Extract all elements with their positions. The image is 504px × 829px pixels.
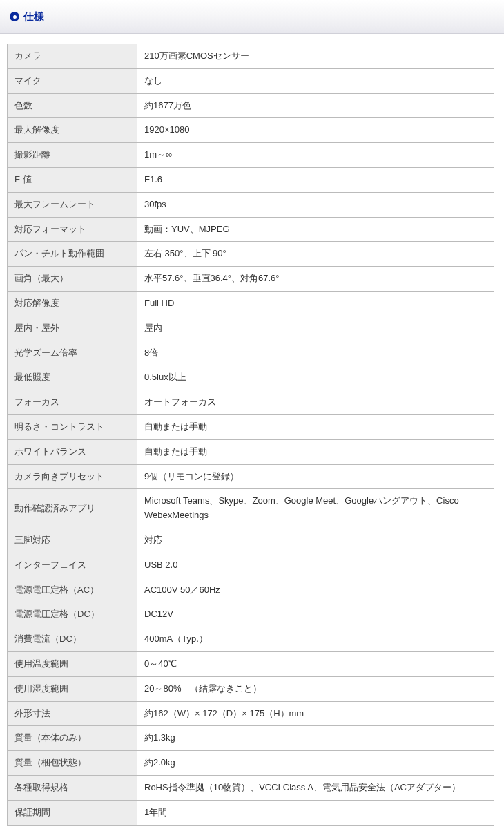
table-row: 使用湿度範囲20～80% （結露なきこと） (8, 676, 494, 701)
spec-value: 対応 (137, 528, 494, 553)
spec-value: DC12V (137, 602, 494, 627)
spec-value: F1.6 (137, 167, 494, 192)
table-row: 対応解像度Full HD (8, 291, 494, 316)
spec-value: 0～40℃ (137, 651, 494, 676)
table-row: 使用温度範囲0～40℃ (8, 651, 494, 676)
spec-value: 1920×1080 (137, 118, 494, 143)
table-row: ホワイトバランス自動または手動 (8, 439, 494, 464)
spec-value: オートフォーカス (137, 390, 494, 415)
spec-label: フォーカス (8, 390, 137, 415)
spec-label: 最大フレームレート (8, 192, 137, 217)
table-row: F 値F1.6 (8, 167, 494, 192)
spec-label: 対応解像度 (8, 291, 137, 316)
table-row: 最低照度0.5lux以上 (8, 365, 494, 390)
table-row: 対応フォーマット動画：YUV、MJPEG (8, 217, 494, 242)
spec-table: カメラ210万画素CMOSセンサーマイクなし色数約1677万色最大解像度1920… (7, 44, 494, 826)
spec-label: 電源電圧定格（AC） (8, 578, 137, 602)
spec-label: カメラ向きプリセット (8, 464, 137, 489)
table-row: 保証期間1年間 (8, 800, 494, 825)
spec-value: 8倍 (137, 341, 494, 365)
spec-label: カメラ (8, 44, 137, 69)
spec-label: 屋内・屋外 (8, 316, 137, 341)
spec-value: 約2.0kg (137, 751, 494, 776)
spec-value: 約162（W）× 172（D）× 175（H）mm (137, 701, 494, 726)
spec-value: なし (137, 68, 494, 93)
spec-label: F 値 (8, 167, 137, 192)
spec-label: 各種取得規格 (8, 775, 137, 800)
spec-value: 約1.3kg (137, 726, 494, 751)
table-row: 電源電圧定格（DC）DC12V (8, 602, 494, 627)
table-row: 屋内・屋外屋内 (8, 316, 494, 341)
spec-label: パン・チルト動作範囲 (8, 242, 137, 267)
spec-value: 屋内 (137, 316, 494, 341)
spec-label: 保証期間 (8, 800, 137, 825)
spec-label: 明るさ・コントラスト (8, 414, 137, 439)
spec-label: 撮影距離 (8, 143, 137, 168)
spec-label: 質量（梱包状態） (8, 751, 137, 776)
spec-label: マイク (8, 68, 137, 93)
spec-section-title: 仕様 (23, 8, 44, 25)
table-row: 色数約1677万色 (8, 93, 494, 118)
spec-value: 左右 350°、上下 90° (137, 242, 494, 267)
spec-label: 電源電圧定格（DC） (8, 602, 137, 627)
table-row: 電源電圧定格（AC）AC100V 50／60Hz (8, 578, 494, 602)
spec-label: 消費電流（DC） (8, 627, 137, 652)
table-row: 消費電流（DC）400mA（Typ.） (8, 627, 494, 652)
spec-value: 400mA（Typ.） (137, 627, 494, 652)
spec-label: 三脚対応 (8, 528, 137, 553)
spec-label: 動作確認済みアプリ (8, 489, 137, 528)
spec-label: 光学ズーム倍率 (8, 341, 137, 365)
spec-value: 動画：YUV、MJPEG (137, 217, 494, 242)
spec-label: 対応フォーマット (8, 217, 137, 242)
spec-value: 約1677万色 (137, 93, 494, 118)
spec-label: 画角（最大） (8, 267, 137, 292)
spec-value: 自動または手動 (137, 439, 494, 464)
table-row: 明るさ・コントラスト自動または手動 (8, 414, 494, 439)
spec-label: 外形寸法 (8, 701, 137, 726)
spec-value: Microsoft Teams、Skype、Zoom、Google Meet、G… (137, 489, 494, 528)
table-row: 外形寸法約162（W）× 172（D）× 175（H）mm (8, 701, 494, 726)
spec-value: 1年間 (137, 800, 494, 825)
spec-label: 色数 (8, 93, 137, 118)
spec-value: USB 2.0 (137, 553, 494, 578)
table-row: マイクなし (8, 68, 494, 93)
spec-value: 210万画素CMOSセンサー (137, 44, 494, 69)
spec-section-header: 仕様 (0, 0, 504, 34)
spec-value: AC100V 50／60Hz (137, 578, 494, 602)
spec-value: 0.5lux以上 (137, 365, 494, 390)
table-row: パン・チルト動作範囲左右 350°、上下 90° (8, 242, 494, 267)
spec-value: 水平57.6°、垂直36.4°、対角67.6° (137, 267, 494, 292)
spec-label: 最大解像度 (8, 118, 137, 143)
spec-label: 使用湿度範囲 (8, 676, 137, 701)
spec-value: 30fps (137, 192, 494, 217)
spec-label: インターフェイス (8, 553, 137, 578)
table-row: フォーカスオートフォーカス (8, 390, 494, 415)
spec-value: 1m～∞ (137, 143, 494, 168)
spec-value: 9個（リモコンに登録） (137, 464, 494, 489)
spec-label: 使用温度範囲 (8, 651, 137, 676)
table-row: 動作確認済みアプリMicrosoft Teams、Skype、Zoom、Goog… (8, 489, 494, 528)
table-row: 最大解像度1920×1080 (8, 118, 494, 143)
spec-value: Full HD (137, 291, 494, 316)
table-row: 質量（本体のみ）約1.3kg (8, 726, 494, 751)
spec-value: RoHS指令準拠（10物質）、VCCI Class A、電気用品安全法（ACアダ… (137, 775, 494, 800)
spec-value: 20～80% （結露なきこと） (137, 676, 494, 701)
table-row: カメラ向きプリセット9個（リモコンに登録） (8, 464, 494, 489)
table-row: 光学ズーム倍率8倍 (8, 341, 494, 365)
spec-label: 質量（本体のみ） (8, 726, 137, 751)
table-row: 最大フレームレート30fps (8, 192, 494, 217)
table-row: 三脚対応対応 (8, 528, 494, 553)
table-row: 撮影距離1m～∞ (8, 143, 494, 168)
table-row: インターフェイスUSB 2.0 (8, 553, 494, 578)
table-row: カメラ210万画素CMOSセンサー (8, 44, 494, 69)
spec-value: 自動または手動 (137, 414, 494, 439)
spec-label: ホワイトバランス (8, 439, 137, 464)
table-row: 各種取得規格RoHS指令準拠（10物質）、VCCI Class A、電気用品安全… (8, 775, 494, 800)
spec-label: 最低照度 (8, 365, 137, 390)
table-row: 質量（梱包状態）約2.0kg (8, 751, 494, 776)
table-row: 画角（最大）水平57.6°、垂直36.4°、対角67.6° (8, 267, 494, 292)
bullet-icon (10, 12, 19, 21)
